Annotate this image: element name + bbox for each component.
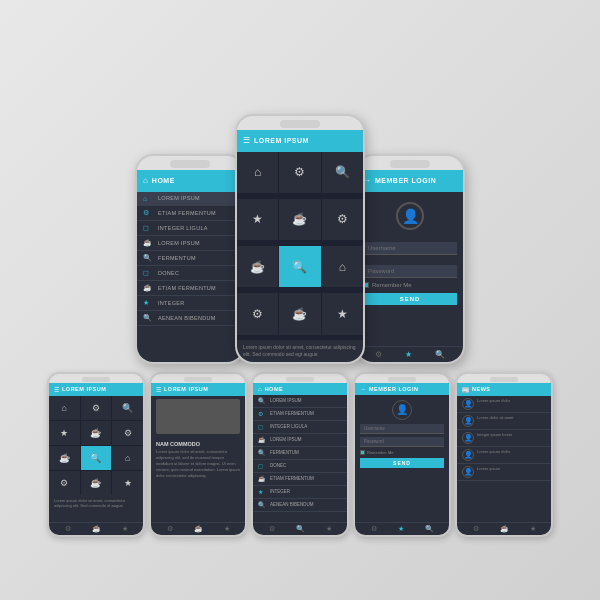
bn4-checkbox[interactable] [360,450,365,455]
ph-menu-item-0: ⌂ LOREM IPSUM [137,192,243,206]
bn5-nt-1: Lorem dolor sit amet [477,415,513,421]
bn4-bi-2: 🔍 [425,525,434,533]
bn5-na-0: 👤 [462,398,474,410]
bn1-header-text: LOREM IPSUM [62,386,106,392]
bn5-ni-0: 👤 Lorem ipsum dolor [457,396,551,413]
bn1-grid: ⌂ ⚙ 🔍 ★ ☕ ⚙ ☕ 🔍 ⌂ ⚙ ☕ ★ [49,396,143,495]
phone-notch-right [390,160,430,168]
bn1-gc-2: 🔍 [112,396,143,420]
bn5-bottom-bar: ⚙ ☕ ★ [457,522,551,535]
bn4-username[interactable] [360,424,444,434]
bn3-bi-1: 🔍 [296,525,305,533]
bottom-phone-4: → MEMBER LOGIN 👤 Remember Me SEND ⚙ ★ 🔍 [353,372,451,537]
ph-username-input[interactable] [363,242,457,255]
bn5-ni-4: 👤 Lorem ipsum [457,464,551,481]
ph-header-center: ☰ LOREM IPSUM [237,130,363,152]
phone-screen-center: ☰ LOREM IPSUM ⌂ ⚙ 🔍 ★ ☕ ⚙ ☕ 🔍 ⌂ ⚙ ☕ ★ Lo… [237,130,363,362]
bn5-ni-2: 👤 Integer ipsum lorem [457,430,551,447]
bn2-content: NAM COMMODO Lorem ipsum dolor sit amet, … [151,437,245,483]
bn1-gc-9: ⚙ [49,471,80,495]
bn5-na-1: 👤 [462,415,474,427]
bn2-screen: ☰ LOREM IPSUM NAM COMMODO Lorem ipsum do… [151,383,245,535]
bn3-bi-0: ⚙ [269,525,275,533]
bn5-news-list: 👤 Lorem ipsum dolor 👤 Lorem dolor sit am… [457,396,551,481]
bn1-gc-1: ⚙ [81,396,112,420]
bn1-hamburger: ☰ [54,386,59,393]
bn1-header: ☰ LOREM IPSUM [49,383,143,396]
ph-password-input[interactable] [363,265,457,278]
phone-left: ⌂ HOME ⌂ LOREM IPSUM ⚙ ETIAM FERMENTUM ◻… [135,154,245,364]
bn1-bi-2: ★ [122,525,128,533]
bn1-footer-text: Lorem ipsum dolor sit amet, consectetur … [49,495,143,512]
bn4-screen: → MEMBER LOGIN 👤 Remember Me SEND ⚙ ★ 🔍 [355,383,449,535]
bn3-notch [286,377,314,382]
bn4-login: 👤 Remember Me SEND [355,395,449,475]
bottom-phone-5: 📰 NEWS 👤 Lorem ipsum dolor 👤 Lorem dolor… [455,372,553,537]
phone-center: ☰ LOREM IPSUM ⌂ ⚙ 🔍 ★ ☕ ⚙ ☕ 🔍 ⌂ ⚙ ☕ ★ Lo… [235,114,365,364]
grid-cell-0: ⌂ [237,152,278,193]
bn1-gc-4: ☕ [81,421,112,445]
bn2-header-text: LOREM IPSUM [164,386,208,392]
bn2-bi-0: ⚙ [167,525,173,533]
bottom-phone-1: ☰ LOREM IPSUM ⌂ ⚙ 🔍 ★ ☕ ⚙ ☕ 🔍 ⌂ ⚙ ☕ ★ Lo… [47,372,145,537]
phone-right: → MEMBER LOGIN 👤 Remember Me SEND ⚙ ★ 🔍 [355,154,465,364]
bn3-mi-6: ☕ETIAM FERMENTUM [253,473,347,486]
bn3-mi-8: 🔍AENEAN BIBENDUM [253,499,347,512]
bn5-ni-3: 👤 Lorem ipsum dolor [457,447,551,464]
bn1-gc-11: ★ [112,471,143,495]
ph-menu-item-5: ◻ DONEC [137,266,243,281]
bn4-notch [388,377,416,382]
bn5-nt-2: Integer ipsum lorem [477,432,512,438]
grid-cell-7: 🔍 [279,246,320,287]
phone-notch-left [170,160,210,168]
ph-remember-label: Remember Me [372,282,412,288]
ph-menu-item-2: ◻ INTEGER LIGULA [137,221,243,236]
bn2-notch [184,377,212,382]
bn3-mi-2: ◻INTEGER LIGULA [253,421,347,434]
bn5-news-icon: 📰 [462,386,469,393]
bn3-mi-4: 🔍FERMENTUM [253,447,347,460]
bn4-bottom-bar: ⚙ ★ 🔍 [355,522,449,535]
bn3-menu: 🔍LOREM IPSUM ⚙ETIAM FERMENTUM ◻INTEGER L… [253,395,347,512]
ph-center-text: Lorem ipsum dolor sit amet, consectetur … [237,340,363,362]
bn1-gc-7: 🔍 [81,446,112,470]
grid-cell-2: 🔍 [322,152,363,193]
bn2-content-title: NAM COMMODO [156,441,240,447]
bottom-phones-section: ☰ LOREM IPSUM ⌂ ⚙ 🔍 ★ ☕ ⚙ ☕ 🔍 ⌂ ⚙ ☕ ★ Lo… [47,372,553,537]
ph-header-text-left: HOME [152,177,175,184]
bn5-nt-4: Lorem ipsum [477,466,500,472]
ph-send-btn[interactable]: SEND [363,293,457,305]
bn1-screen: ☰ LOREM IPSUM ⌂ ⚙ 🔍 ★ ☕ ⚙ ☕ 🔍 ⌂ ⚙ ☕ ★ Lo… [49,383,143,535]
bn3-screen: ⌂ HOME 🔍LOREM IPSUM ⚙ETIAM FERMENTUM ◻IN… [253,383,347,535]
ph-avatar-right: 👤 [396,202,424,230]
grid-cell-11: ★ [322,293,363,334]
bn5-bi-1: ☕ [500,525,509,533]
ph-menu-left: ⌂ LOREM IPSUM ⚙ ETIAM FERMENTUM ◻ INTEGE… [137,192,243,326]
bn1-gc-6: ☕ [49,446,80,470]
bn5-bi-2: ★ [530,525,536,533]
grid-cell-1: ⚙ [279,152,320,193]
bn4-remember: Remember Me [360,450,444,455]
grid-cell-10: ☕ [279,293,320,334]
bn1-gc-5: ⚙ [112,421,143,445]
bn1-gc-8: ⌂ [112,446,143,470]
bi-gear: ⚙ [375,350,382,359]
bn4-password[interactable] [360,437,444,447]
bottom-phone-3: ⌂ HOME 🔍LOREM IPSUM ⚙ETIAM FERMENTUM ◻IN… [251,372,349,537]
bn1-notch [82,377,110,382]
bn5-bi-0: ⚙ [473,525,479,533]
ph-menu-item-1: ⚙ ETIAM FERMENTUM [137,206,243,221]
bn2-header: ☰ LOREM IPSUM [151,383,245,396]
bn3-mi-5: ◻DONEC [253,460,347,473]
bn4-send-btn[interactable]: SEND [360,458,444,468]
bi-search: 🔍 [435,350,445,359]
bn3-bi-2: ★ [326,525,332,533]
ph-menu-item-3: ☕ LOREM IPSUM [137,236,243,251]
bn5-header: 📰 NEWS [457,383,551,396]
ph-header-text-center: LOREM IPSUM [254,137,309,144]
ph-menu-item-6: ☕ ETIAM FERMENTUM [137,281,243,296]
grid-cell-9: ⚙ [237,293,278,334]
ph-header-right: → MEMBER LOGIN [357,170,463,192]
bn3-mi-3: ☕LOREM IPSUM [253,434,347,447]
bn5-header-text: NEWS [472,386,491,392]
